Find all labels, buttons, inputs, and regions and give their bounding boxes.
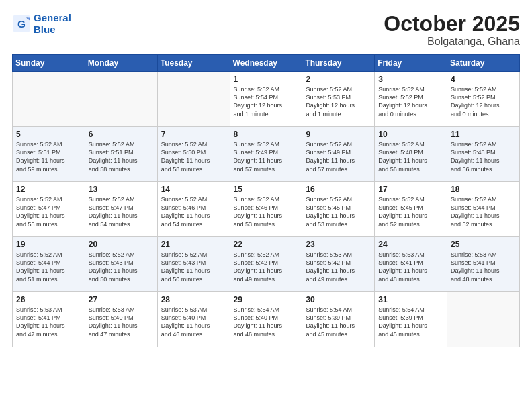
weekday-header-saturday: Saturday — [447, 55, 520, 72]
logo-icon: G — [12, 14, 31, 33]
calendar-cell: 24Sunrise: 5:53 AMSunset: 5:41 PMDayligh… — [375, 237, 447, 292]
calendar-cell: 18Sunrise: 5:52 AMSunset: 5:44 PMDayligh… — [447, 182, 520, 237]
day-number: 3 — [378, 75, 443, 84]
day-info: Sunrise: 5:52 AMSunset: 5:53 PMDaylight:… — [306, 85, 371, 118]
location-title: Bolgatanga, Ghana — [384, 36, 520, 48]
calendar-cell: 29Sunrise: 5:54 AMSunset: 5:40 PMDayligh… — [230, 292, 302, 347]
calendar-cell: 5Sunrise: 5:52 AMSunset: 5:51 PMDaylight… — [13, 127, 85, 182]
day-info: Sunrise: 5:54 AMSunset: 5:39 PMDaylight:… — [306, 306, 371, 338]
day-info: Sunrise: 5:53 AMSunset: 5:42 PMDaylight:… — [306, 250, 371, 283]
calendar-cell: 20Sunrise: 5:52 AMSunset: 5:43 PMDayligh… — [85, 237, 157, 292]
day-info: Sunrise: 5:53 AMSunset: 5:40 PMDaylight:… — [161, 306, 226, 338]
day-number: 26 — [16, 295, 81, 304]
calendar-cell: 31Sunrise: 5:54 AMSunset: 5:39 PMDayligh… — [375, 292, 447, 347]
title-block: October 2025 Bolgatanga, Ghana — [384, 12, 520, 48]
day-number: 14 — [161, 185, 226, 194]
day-number: 21 — [161, 240, 226, 249]
calendar-week-5: 26Sunrise: 5:53 AMSunset: 5:41 PMDayligh… — [13, 292, 520, 347]
calendar-cell: 26Sunrise: 5:53 AMSunset: 5:41 PMDayligh… — [13, 292, 85, 347]
day-info: Sunrise: 5:52 AMSunset: 5:50 PMDaylight:… — [161, 140, 226, 173]
calendar-cell: 21Sunrise: 5:52 AMSunset: 5:43 PMDayligh… — [157, 237, 230, 292]
day-info: Sunrise: 5:52 AMSunset: 5:43 PMDaylight:… — [89, 250, 154, 283]
day-number: 18 — [451, 185, 516, 194]
calendar-cell: 15Sunrise: 5:52 AMSunset: 5:46 PMDayligh… — [230, 182, 302, 237]
calendar-cell: 19Sunrise: 5:52 AMSunset: 5:44 PMDayligh… — [13, 237, 85, 292]
calendar-week-4: 19Sunrise: 5:52 AMSunset: 5:44 PMDayligh… — [13, 237, 520, 292]
day-number: 8 — [234, 130, 299, 139]
day-number: 16 — [306, 185, 371, 194]
calendar-header-row: SundayMondayTuesdayWednesdayThursdayFrid… — [13, 55, 520, 72]
day-info: Sunrise: 5:52 AMSunset: 5:48 PMDaylight:… — [451, 140, 516, 173]
day-info: Sunrise: 5:52 AMSunset: 5:45 PMDaylight:… — [306, 195, 371, 228]
header: G General Blue October 2025 Bolgatanga, … — [12, 12, 520, 48]
calendar-cell: 17Sunrise: 5:52 AMSunset: 5:45 PMDayligh… — [375, 182, 447, 237]
weekday-header-tuesday: Tuesday — [157, 55, 230, 72]
day-info: Sunrise: 5:52 AMSunset: 5:46 PMDaylight:… — [161, 195, 226, 228]
day-info: Sunrise: 5:52 AMSunset: 5:49 PMDaylight:… — [234, 140, 299, 173]
day-number: 20 — [89, 240, 154, 249]
calendar-cell: 23Sunrise: 5:53 AMSunset: 5:42 PMDayligh… — [302, 237, 375, 292]
calendar-body: 1Sunrise: 5:52 AMSunset: 5:54 PMDaylight… — [13, 72, 520, 347]
calendar-week-3: 12Sunrise: 5:52 AMSunset: 5:47 PMDayligh… — [13, 182, 520, 237]
day-number: 4 — [451, 75, 516, 84]
day-number: 6 — [89, 130, 154, 139]
calendar-week-1: 1Sunrise: 5:52 AMSunset: 5:54 PMDaylight… — [13, 72, 520, 127]
day-number: 5 — [16, 130, 81, 139]
day-info: Sunrise: 5:52 AMSunset: 5:49 PMDaylight:… — [306, 140, 371, 173]
calendar-week-2: 5Sunrise: 5:52 AMSunset: 5:51 PMDaylight… — [13, 127, 520, 182]
day-number: 12 — [16, 185, 81, 194]
calendar-cell: 14Sunrise: 5:52 AMSunset: 5:46 PMDayligh… — [157, 182, 230, 237]
day-number: 27 — [89, 295, 154, 304]
weekday-header-friday: Friday — [375, 55, 447, 72]
calendar-cell: 1Sunrise: 5:52 AMSunset: 5:54 PMDaylight… — [230, 72, 302, 127]
day-info: Sunrise: 5:52 AMSunset: 5:45 PMDaylight:… — [378, 195, 443, 228]
day-info: Sunrise: 5:52 AMSunset: 5:44 PMDaylight:… — [16, 250, 81, 283]
day-info: Sunrise: 5:52 AMSunset: 5:51 PMDaylight:… — [16, 140, 81, 173]
calendar-cell: 25Sunrise: 5:53 AMSunset: 5:41 PMDayligh… — [447, 237, 520, 292]
calendar-cell: 2Sunrise: 5:52 AMSunset: 5:53 PMDaylight… — [302, 72, 375, 127]
day-info: Sunrise: 5:52 AMSunset: 5:51 PMDaylight:… — [89, 140, 154, 173]
calendar-cell: 4Sunrise: 5:52 AMSunset: 5:52 PMDaylight… — [447, 72, 520, 127]
day-number: 9 — [306, 130, 371, 139]
calendar: SundayMondayTuesdayWednesdayThursdayFrid… — [12, 54, 520, 347]
day-number: 24 — [378, 240, 443, 249]
calendar-cell — [85, 72, 157, 127]
calendar-cell: 6Sunrise: 5:52 AMSunset: 5:51 PMDaylight… — [85, 127, 157, 182]
calendar-cell: 8Sunrise: 5:52 AMSunset: 5:49 PMDaylight… — [230, 127, 302, 182]
day-number: 2 — [306, 75, 371, 84]
day-info: Sunrise: 5:53 AMSunset: 5:41 PMDaylight:… — [378, 250, 443, 283]
svg-text:G: G — [17, 18, 26, 30]
day-info: Sunrise: 5:52 AMSunset: 5:54 PMDaylight:… — [234, 85, 299, 118]
page: G General Blue October 2025 Bolgatanga, … — [0, 0, 532, 411]
weekday-header-monday: Monday — [85, 55, 157, 72]
calendar-cell: 11Sunrise: 5:52 AMSunset: 5:48 PMDayligh… — [447, 127, 520, 182]
day-info: Sunrise: 5:53 AMSunset: 5:41 PMDaylight:… — [451, 250, 516, 283]
day-number: 31 — [378, 295, 443, 304]
day-info: Sunrise: 5:52 AMSunset: 5:47 PMDaylight:… — [16, 195, 81, 228]
calendar-cell: 3Sunrise: 5:52 AMSunset: 5:52 PMDaylight… — [375, 72, 447, 127]
day-number: 15 — [234, 185, 299, 194]
day-number: 19 — [16, 240, 81, 249]
calendar-cell: 7Sunrise: 5:52 AMSunset: 5:50 PMDaylight… — [157, 127, 230, 182]
calendar-cell: 10Sunrise: 5:52 AMSunset: 5:48 PMDayligh… — [375, 127, 447, 182]
calendar-cell: 12Sunrise: 5:52 AMSunset: 5:47 PMDayligh… — [13, 182, 85, 237]
weekday-header-thursday: Thursday — [302, 55, 375, 72]
calendar-cell: 30Sunrise: 5:54 AMSunset: 5:39 PMDayligh… — [302, 292, 375, 347]
day-info: Sunrise: 5:52 AMSunset: 5:43 PMDaylight:… — [161, 250, 226, 283]
day-info: Sunrise: 5:52 AMSunset: 5:52 PMDaylight:… — [378, 85, 443, 118]
day-info: Sunrise: 5:53 AMSunset: 5:40 PMDaylight:… — [89, 306, 154, 338]
calendar-cell: 27Sunrise: 5:53 AMSunset: 5:40 PMDayligh… — [85, 292, 157, 347]
day-info: Sunrise: 5:52 AMSunset: 5:48 PMDaylight:… — [378, 140, 443, 173]
month-title: October 2025 — [384, 12, 520, 36]
day-info: Sunrise: 5:52 AMSunset: 5:47 PMDaylight:… — [89, 195, 154, 228]
day-info: Sunrise: 5:54 AMSunset: 5:40 PMDaylight:… — [234, 306, 299, 338]
calendar-cell — [13, 72, 85, 127]
day-number: 28 — [161, 295, 226, 304]
day-number: 22 — [234, 240, 299, 249]
day-number: 1 — [234, 75, 299, 84]
day-info: Sunrise: 5:52 AMSunset: 5:42 PMDaylight:… — [234, 250, 299, 283]
logo: G General Blue — [12, 12, 71, 36]
logo-blue: Blue — [34, 24, 71, 35]
weekday-header-wednesday: Wednesday — [230, 55, 302, 72]
day-info: Sunrise: 5:52 AMSunset: 5:44 PMDaylight:… — [451, 195, 516, 228]
